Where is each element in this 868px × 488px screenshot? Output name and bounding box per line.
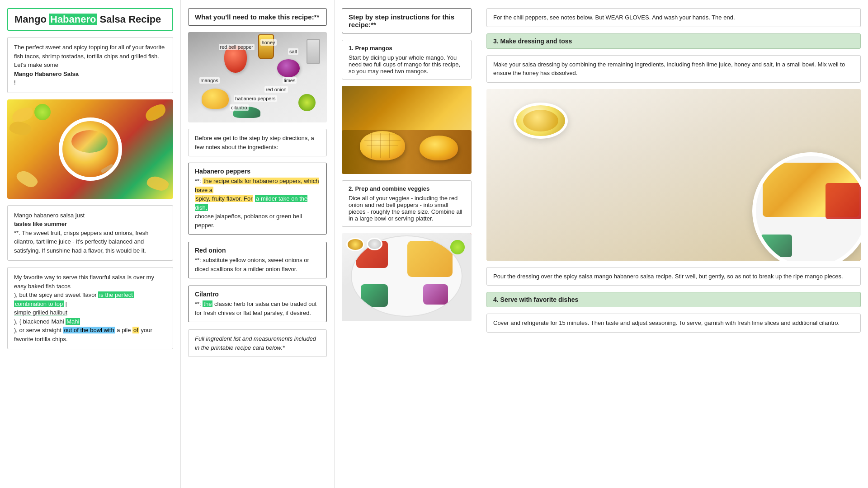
red-bell-pepper-label: red bell pepper [219,44,255,50]
note-text: Before we get to the step by step direct… [195,135,314,150]
spoon [100,164,114,174]
red-onion-shape [277,59,300,77]
recipe-title-box: Mango Habanero Salsa Recipe [7,8,173,31]
serving-halibut: simple grilled halibut [14,309,67,316]
cilantro-section: Cilantro **: the classic herb for salsa … [188,286,327,322]
grid-v2 [380,133,381,158]
habanero-title: Habanero peppers [195,168,320,175]
cilantro-label: cilantro [230,104,248,111]
chip-4 [143,101,168,123]
step3-label-text: 3. Make dressing and toss [493,38,572,45]
step1-box: 1. Prep mangos Start by dicing up your w… [342,40,472,80]
step4-label: 4. Serve with favorite dishes [486,292,861,307]
chip-5 [146,174,170,192]
dressing-image [486,89,861,261]
red-onion-section: Red onion **: substitute yellow onions, … [188,242,327,278]
taste-text-box: Mango habanero salsa just tastes like su… [7,205,173,261]
step3-text-box: Make your salsa dressing by combining th… [486,55,861,83]
column-2: What you'll need to make this recipe:** … [181,0,335,488]
highlight-combination: combination to top [14,300,64,307]
recipe-title: Mango Habanero Salsa Recipe [14,14,166,25]
grid-h2 [364,140,401,141]
intro-text-box: The perfect sweet and spicy topping for … [7,37,173,93]
cilantro-text: **: the classic herb for salsa can be tr… [195,300,320,317]
taste-p2: **. The sweet fruit, crisps peppers and … [14,230,148,254]
honey-jar-shape [258,34,274,59]
small-bowl-1 [346,238,364,251]
mango-step-image [342,86,472,174]
herb-chunks [760,235,792,257]
red-onion-text: **: substitute yellow onions, sweet onio… [195,256,320,273]
chip-2 [9,120,32,136]
serving-text-box: My favorite way to serve this flavorful … [7,267,173,349]
highlight-out-of-bowl: out of the bowl with [63,327,115,333]
habanero-highlight: the recipe calls for habanero peppers, w… [195,178,319,193]
steps-header: Step by step instructions for this recip… [342,8,472,33]
main-plate [752,152,861,261]
step2-text: Dice all of your veggies - including the… [349,195,465,222]
grid-v1 [371,133,372,158]
mango-section [407,241,453,277]
salsa-contents [71,130,108,153]
habanero-highlight-2: spicy, fruity flavor. For [195,195,253,202]
lime-shape [298,94,316,111]
mango-shape [202,89,229,109]
highlight-perfect: is the perfect [98,291,133,298]
step3-label: 3. Make dressing and toss [486,33,861,49]
red-onion-title: Red onion [195,247,320,254]
serving-p4: ), { blackened Mahi [14,318,64,325]
serving-plate [351,235,462,317]
step2-box: 2. Prep and combine veggies Dice all of … [342,180,472,227]
recipe-hero-image [7,99,173,199]
serving-p2: ), but the spicy and sweet flavor is the… [14,291,134,298]
column-4: For the chili peppers, see notes below. … [479,0,868,488]
intro-bold: Mango Habanero Salsa [14,70,79,77]
step3-text: Make your salsa dressing by combining th… [493,61,845,77]
step4-label-text: 4. Serve with favorite dishes [493,296,578,303]
lime-garnish [450,240,465,254]
gloves-note: For the chili peppers, see notes below. … [486,8,861,27]
mango-label: mangos [199,77,220,84]
gloves-note-text: For the chili peppers, see notes below. … [493,14,735,21]
taste-p1: Mango habanero salsa just [14,212,85,219]
steps-header-text: Step by step instructions for this recip… [349,13,454,28]
title-highlight-habanero: Habanero [49,14,97,25]
step4-text-box: Cover and refrigerate for 15 minutes. Th… [486,314,861,333]
habanero-text: **: the recipe calls for habanero pepper… [195,177,320,230]
red-onion-label: red onion [264,86,288,93]
serving-p5: ), or serve straight out of the bowl wit… [14,327,152,343]
grid-v3 [389,133,390,158]
ingredients-header: What you'll need to make this recipe:** [188,8,327,26]
dressing-liquid [523,110,558,131]
step1-text: Start by dicing up your whole mango. You… [349,54,465,75]
small-bowl-2 [367,238,382,250]
highlight-of: of [132,327,139,333]
limes-label: limes [283,77,297,84]
cilantro-highlight: the [203,300,212,307]
pour-text: Pour the dressing over the spicy salsa m… [493,273,843,280]
dressing-bowl [514,103,568,139]
mango-half-2 [420,136,458,160]
cilantro-section [361,284,388,307]
step4-text: Cover and refrigerate for 15 minutes. Th… [493,319,840,326]
salt-jar-shape [307,39,320,64]
column-3: Step by step instructions for this recip… [335,0,479,488]
veggies-step-image [342,233,472,321]
intro-end: ! [14,79,16,86]
cilantro-title: Cilantro [195,291,320,298]
lime-decoration [34,104,51,120]
step1-title: 1. Prep mangos [349,45,465,52]
salsa-bowl-image [59,117,122,181]
printable-note: Full ingredient list and measurements in… [188,329,327,357]
ingredients-image: honey red bell pepper salt mangos limes … [188,32,327,122]
honey-label: honey [260,39,277,46]
italic-note-text: Full ingredient list and measurements in… [195,335,316,351]
mango-half-1 [360,131,405,160]
chip-1 [10,105,35,124]
habanero-peppers-label: habanero peppers [234,95,277,102]
ingredient-note: Before we get to the step by step direct… [188,129,327,156]
column-1: Mango Habanero Salsa Recipe The perfect … [0,0,181,488]
taste-bold: tastes like summer [14,221,67,227]
habanero-section: Habanero peppers **: the recipe calls fo… [188,163,327,235]
pour-text-box: Pour the dressing over the spicy salsa m… [486,267,861,286]
